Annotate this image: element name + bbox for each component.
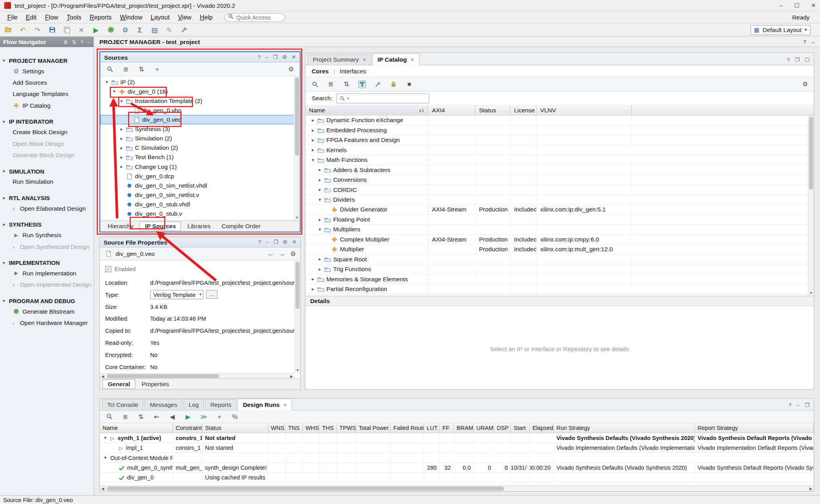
catalog-column-name[interactable]: Name∧1 [305, 106, 428, 115]
runs-column-run-strategy[interactable]: Run Strategy [554, 423, 695, 433]
runs-column-name[interactable]: Name [100, 423, 173, 433]
chevron-right-icon[interactable]: ▸ [316, 177, 323, 182]
run-row-out-of-context-module-runs[interactable]: ▾Out-of-Context Module Runs [100, 453, 814, 463]
tree-item-div-gen-0-vho[interactable]: div_gen_0.vho [100, 106, 299, 115]
close-icon[interactable]: ✕ [292, 239, 296, 245]
tab-design-runs[interactable]: Design Runs✕ [237, 399, 292, 411]
run-row-div-gen-0[interactable]: div_gen_0Using cached IP results [100, 473, 814, 483]
runs-column-ff[interactable]: FF [440, 423, 454, 433]
type-browse-button[interactable]: … [206, 290, 217, 299]
catalog-row-multipliers[interactable]: ▾Multipliers [305, 225, 814, 234]
window-maximize-button[interactable]: ☐ [794, 2, 799, 9]
layout-selector[interactable]: ▦ Default Layout ▾ [750, 25, 811, 35]
tree-item-div-gen-0-sim-netlist-v[interactable]: div_gen_0_sim_netlist.v [100, 190, 299, 200]
flow-section-header-implementation[interactable]: ▾IMPLEMENTATION [0, 257, 94, 267]
catalog-row-floating-point[interactable]: ▸Floating Point [305, 215, 814, 224]
flow-section-header-program-and-debug[interactable]: ▾PROGRAM AND DEBUG [0, 296, 94, 305]
tab-ip-catalog[interactable]: IP Catalog✕ [372, 53, 419, 66]
subtab-interfaces[interactable]: Interfaces [340, 68, 366, 74]
maximize-icon[interactable]: ☐ [805, 57, 809, 63]
menu-edit[interactable]: Edit [21, 12, 41, 22]
chevron-down-icon[interactable]: ▾ [111, 89, 118, 94]
run-icon[interactable]: ▶ [92, 26, 100, 34]
run-icon[interactable]: ▶ [184, 413, 192, 421]
flow-section-header-rtl-analysis[interactable]: ▾RTL ANALYSIS [0, 193, 94, 202]
help-icon[interactable]: ? [787, 57, 790, 63]
catalog-column-vlnv[interactable]: VLNV [537, 106, 632, 115]
tree-item-c-simulation-2[interactable]: ▸C Simulation (2) [100, 143, 299, 153]
add-sources-icon[interactable]: + [153, 65, 161, 73]
forward-icon[interactable]: → [279, 250, 285, 257]
customize-icon[interactable] [374, 80, 382, 88]
scrollbar-thumb[interactable] [809, 117, 813, 190]
close-icon[interactable]: ✕ [283, 403, 287, 407]
collapse-all-icon[interactable]: ≣ [121, 413, 129, 421]
type-combobox[interactable]: Verilog Template▾ [150, 290, 203, 299]
run-row-synth-1-active[interactable]: ▾▷synth_1 (active)constrs_1Not startedVi… [100, 433, 814, 443]
tab-reports[interactable]: Reports [205, 399, 237, 410]
help-icon[interactable]: ? [789, 402, 791, 408]
float-icon[interactable]: ❐ [795, 57, 800, 63]
tree-item-test-bench-1[interactable]: ▸Test Bench (1) [100, 153, 299, 162]
catalog-row-partial-reconfiguration[interactable]: ▸Partial Reconfiguration [305, 284, 814, 294]
close-icon[interactable]: ✕ [362, 57, 366, 62]
tree-item-div-gen-0-stub-v[interactable]: div_gen_0_stub.v [100, 209, 299, 218]
chevron-right-icon[interactable]: ▸ [118, 126, 125, 131]
menu-window[interactable]: Window [116, 12, 147, 22]
tree-item-synthesis-3[interactable]: ▸Synthesis (3) [100, 124, 299, 134]
scrollbar-thumb[interactable] [107, 374, 219, 378]
runs-column-elapsed[interactable]: Elapsed [530, 423, 554, 433]
catalog-row-divider-generator[interactable]: Divider GeneratorAXI4-StreamProductionIn… [305, 205, 814, 215]
flow-item-add-sources[interactable]: Add Sources [0, 77, 94, 88]
tree-item-div-gen-0-dcp[interactable]: div_gen_0.dcp [100, 171, 299, 181]
runs-column-tns[interactable]: TNS [285, 423, 303, 433]
chevron-down-icon[interactable]: ▾ [316, 227, 323, 232]
tree-item-simulation-2[interactable]: ▸Simulation (2) [100, 134, 299, 143]
flow-item-generate-bitstream[interactable]: Generate Bitstream [0, 305, 94, 317]
enabled-checkbox[interactable]: ✓ [105, 266, 111, 272]
flow-section-header-project-manager[interactable]: ▾PROJECT MANAGER [0, 55, 94, 65]
flow-item-language-templates[interactable]: Language Templates [0, 88, 94, 99]
chevron-right-icon[interactable]: ▸ [316, 217, 323, 222]
program-device-icon[interactable] [107, 26, 114, 34]
tab-tcl-console[interactable]: Tcl Console [102, 399, 143, 410]
scrollbar-thumb[interactable] [107, 486, 504, 491]
catalog-row-square-root[interactable]: ▸Square Root [305, 254, 814, 264]
catalog-row-dividers[interactable]: ▾Dividers [305, 195, 814, 205]
flow-item-run-simulation[interactable]: Run Simulation [0, 176, 94, 187]
close-icon[interactable]: ✕ [292, 54, 296, 60]
flow-item-ip-catalog[interactable]: IP Catalog [0, 100, 94, 111]
window-close-button[interactable]: ✕ [811, 2, 816, 9]
run-row-impl-1[interactable]: ▷impl_1constrs_1Not startedVivado Implem… [100, 443, 814, 453]
report-utilization-icon[interactable]: Σ [136, 26, 144, 34]
chevron-right-icon[interactable]: ▸ [310, 147, 316, 153]
help-icon[interactable]: ? [80, 39, 83, 45]
chevron-right-icon[interactable]: ▸ [310, 128, 316, 133]
percent-icon[interactable]: % [231, 413, 239, 421]
help-icon[interactable]: ? [803, 38, 806, 44]
catalog-column-status[interactable]: Status [475, 106, 510, 115]
catalog-row-memories-storage-elements[interactable]: ▸Memories & Storage Elements [305, 274, 814, 284]
runs-column-uram[interactable]: URAM [474, 423, 494, 433]
collapse-all-icon[interactable]: ≣ [63, 39, 68, 45]
chevron-down-icon[interactable]: ▾ [102, 455, 109, 460]
runs-column-dsp[interactable]: DSP [494, 423, 511, 433]
scrollbar-left-arrow[interactable]: ◀ [100, 486, 106, 492]
back-icon[interactable]: ← [267, 250, 274, 257]
group-by-taxonomy-icon[interactable] [358, 80, 366, 88]
tab-compile-order[interactable]: Compile Order [217, 222, 265, 230]
chevron-right-icon[interactable]: ▸ [310, 276, 316, 281]
flow-item-run-synthesis[interactable]: ▶Run Synthesis [0, 229, 94, 241]
chevron-right-icon[interactable]: ▸ [316, 167, 323, 172]
gear-icon[interactable]: ⚙ [282, 54, 287, 60]
catalog-row-trig-functions[interactable]: ▸Trig Functions [305, 264, 814, 274]
chevron-right-icon[interactable]: ▸ [316, 187, 323, 192]
window-minimize-button[interactable]: – [780, 2, 783, 9]
run-row-mult-gen-0-synth-1[interactable]: mult_gen_0_synth_1mult_gen_0synth_design… [100, 463, 814, 473]
undo-icon[interactable]: ↶ [19, 26, 27, 34]
chevron-right-icon[interactable]: ▸ [118, 136, 125, 141]
expand-all-icon[interactable]: ⇅ [137, 413, 145, 421]
collapse-all-icon[interactable]: ≣ [327, 80, 335, 88]
catalog-row-multiplier[interactable]: MultiplierProductionIncludedxilinx.com:i… [305, 245, 814, 254]
minimize-icon[interactable]: ‒ [797, 402, 799, 408]
